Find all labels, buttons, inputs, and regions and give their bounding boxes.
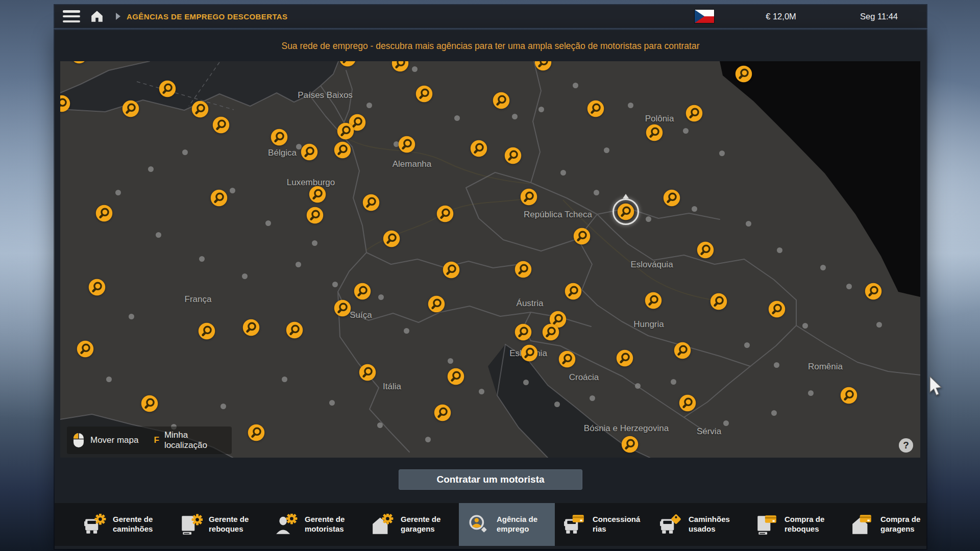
- agency-marker[interactable]: [646, 124, 663, 141]
- toolbar-item-label: Caminhões usados: [689, 515, 739, 534]
- agency-marker[interactable]: [470, 140, 487, 157]
- driver-gear-icon: [275, 514, 299, 535]
- agency-marker[interactable]: [434, 404, 451, 421]
- agency-marker[interactable]: [334, 141, 351, 159]
- breadcrumb-chevron-icon: [116, 13, 120, 20]
- agency-marker[interactable]: [514, 261, 532, 278]
- agency-marker[interactable]: [447, 368, 464, 385]
- location-key-label: F: [154, 435, 159, 445]
- agency-marker[interactable]: [587, 100, 604, 117]
- agency-marker[interactable]: [493, 92, 510, 109]
- toolbar-item-employment-agency[interactable]: Agência de emprego: [459, 503, 555, 546]
- agency-marker[interactable]: [679, 394, 696, 412]
- agency-marker[interactable]: [362, 194, 380, 211]
- agency-marker[interactable]: [141, 395, 158, 412]
- agency-marker[interactable]: [309, 186, 326, 203]
- agency-marker[interactable]: [616, 349, 633, 367]
- agency-marker[interactable]: [645, 292, 662, 309]
- toolbar-item-label: Concessionárias: [593, 515, 643, 534]
- agency-marker[interactable]: [735, 65, 752, 83]
- agency-marker[interactable]: [768, 300, 786, 318]
- agency-marker[interactable]: [436, 205, 454, 222]
- magnifier-icon: [334, 299, 351, 317]
- magnifier-icon: [271, 129, 288, 146]
- agency-marker[interactable]: [573, 228, 591, 245]
- agency-marker[interactable]: [383, 230, 400, 247]
- agency-marker[interactable]: [520, 188, 537, 206]
- magnifier-icon: [520, 188, 537, 206]
- agency-marker[interactable]: [840, 387, 857, 404]
- agency-marker[interactable]: [286, 321, 303, 339]
- money-balance[interactable]: € 12,0M: [740, 12, 822, 21]
- agency-marker[interactable]: [191, 101, 209, 118]
- agency-marker[interactable]: [354, 283, 371, 300]
- agency-marker[interactable]: [60, 95, 70, 112]
- europe-map[interactable]: Países BaixosBélgicaLuxemburgoAlemanhaFr…: [60, 61, 920, 458]
- magnifier-icon: [309, 186, 326, 203]
- agency-marker[interactable]: [159, 80, 176, 97]
- magnifier-icon: [398, 136, 415, 153]
- agency-marker[interactable]: [514, 323, 532, 341]
- magnifier-icon: [573, 228, 591, 245]
- agency-marker[interactable]: [558, 350, 576, 368]
- agency-marker[interactable]: [122, 100, 139, 117]
- agency-marker[interactable]: [398, 136, 415, 153]
- toolbar-item-used-trucks[interactable]: Caminhões usados: [651, 503, 747, 546]
- agency-marker[interactable]: [674, 342, 691, 359]
- magnifier-icon: [434, 404, 451, 421]
- agency-marker[interactable]: [95, 205, 113, 222]
- toolbar-item-driver-gear[interactable]: Gerente de motoristas: [267, 503, 363, 546]
- agency-marker[interactable]: [77, 340, 94, 358]
- agency-marker[interactable]: [306, 207, 324, 224]
- magnifier-icon: [617, 203, 634, 220]
- agency-marker[interactable]: [70, 61, 88, 64]
- agency-marker[interactable]: [428, 295, 445, 313]
- agency-marker[interactable]: [697, 241, 714, 259]
- hire-driver-button[interactable]: Contratar um motorista: [399, 469, 582, 490]
- agency-marker[interactable]: [242, 319, 260, 336]
- agency-marker[interactable]: [337, 122, 354, 140]
- magnifier-icon: [565, 283, 582, 300]
- hamburger-menu-button[interactable]: [63, 10, 80, 22]
- toolbar-item-trailer-gear[interactable]: Gerente de reboques: [171, 503, 267, 546]
- toolbar-item-garage-purchase[interactable]: Compra de garagens: [843, 503, 939, 546]
- agency-marker[interactable]: [334, 299, 351, 317]
- agency-marker[interactable]: [865, 283, 882, 300]
- agency-marker-selected[interactable]: [617, 203, 634, 220]
- help-button[interactable]: ?: [899, 438, 913, 453]
- top-bar: AGÊNCIAS DE EMPREGO DESCOBERTAS € 12,0M …: [55, 5, 926, 28]
- toolbar-item-label: Gerente de reboques: [209, 515, 259, 534]
- toolbar-item-trailer-purchase[interactable]: Compra de reboques: [747, 503, 843, 546]
- magnifier-icon: [504, 147, 522, 164]
- toolbar-item-label: Compra de garagens: [880, 515, 930, 534]
- agency-marker[interactable]: [301, 143, 318, 161]
- map-hints: Mover mapa F Minha localização: [67, 427, 232, 454]
- agency-marker[interactable]: [339, 61, 356, 67]
- agency-marker[interactable]: [198, 322, 215, 340]
- agency-marker[interactable]: [621, 436, 639, 453]
- toolbar-item-truck-gear[interactable]: Gerente de caminhões: [75, 503, 171, 546]
- agency-marker[interactable]: [443, 261, 460, 279]
- home-button[interactable]: [90, 10, 104, 22]
- agency-marker[interactable]: [359, 364, 376, 381]
- agency-marker[interactable]: [415, 85, 433, 103]
- agency-marker[interactable]: [663, 189, 680, 207]
- agency-marker[interactable]: [542, 323, 559, 341]
- agency-marker[interactable]: [391, 61, 409, 72]
- agency-marker[interactable]: [210, 189, 228, 207]
- toolbar-item-dealer[interactable]: Concessionárias: [555, 503, 651, 546]
- agency-marker[interactable]: [504, 147, 522, 164]
- magnifier-icon: [443, 261, 460, 279]
- agency-marker[interactable]: [271, 129, 288, 146]
- agency-marker[interactable]: [248, 424, 265, 441]
- agency-marker[interactable]: [685, 105, 703, 122]
- magnifier-icon: [122, 100, 139, 117]
- agency-marker[interactable]: [565, 283, 582, 300]
- agency-marker[interactable]: [534, 61, 552, 71]
- agency-marker[interactable]: [212, 116, 230, 134]
- czech-flag-icon: [695, 10, 714, 23]
- agency-marker[interactable]: [521, 344, 538, 362]
- agency-marker[interactable]: [710, 293, 727, 310]
- agency-marker[interactable]: [88, 279, 106, 296]
- toolbar-item-garage-gear[interactable]: Gerente de garagens: [363, 503, 459, 546]
